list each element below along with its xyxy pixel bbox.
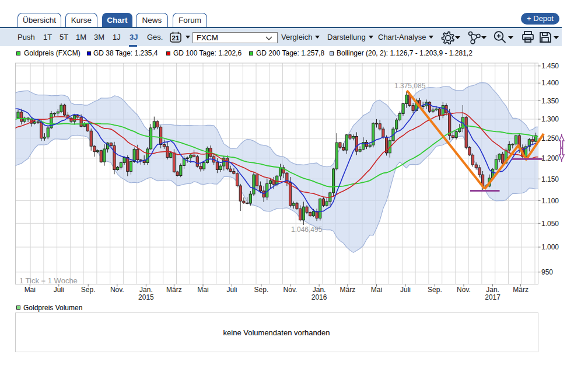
svg-text:März: März: [166, 286, 182, 294]
svg-text:März: März: [513, 286, 528, 294]
svg-text:Mai: Mai: [197, 286, 208, 294]
svg-text:1.000: 1.000: [541, 243, 559, 251]
svg-text:Juli: Juli: [54, 286, 64, 294]
svg-text:Mai: Mai: [371, 286, 382, 294]
svg-text:Nov.: Nov.: [457, 286, 471, 294]
svg-text:1 Tick = 1 Woche: 1 Tick = 1 Woche: [19, 276, 78, 285]
svg-text:Juli: Juli: [226, 286, 237, 294]
svg-text:1.400: 1.400: [541, 79, 559, 87]
svg-text:Juli: Juli: [400, 286, 411, 294]
svg-text:1.350: 1.350: [541, 97, 559, 105]
svg-text:1.250: 1.250: [541, 134, 559, 143]
svg-text:Jan.: Jan.: [313, 286, 326, 294]
svg-text:Sep.: Sep.: [254, 286, 269, 294]
svg-text:Jan.: Jan.: [139, 286, 153, 294]
svg-text:1.150: 1.150: [541, 175, 559, 183]
svg-text:Jan.: Jan.: [486, 286, 499, 294]
svg-text:Nov.: Nov.: [284, 286, 298, 294]
svg-text:1.375,085: 1.375,085: [394, 82, 426, 90]
svg-text:2015: 2015: [138, 293, 154, 301]
svg-text:Nov.: Nov.: [110, 286, 124, 294]
svg-text:Sep.: Sep.: [81, 286, 96, 294]
svg-text:2016: 2016: [312, 293, 327, 301]
svg-text:Sep.: Sep.: [428, 286, 442, 294]
svg-text:1.200: 1.200: [541, 154, 559, 162]
svg-text:1.450: 1.450: [541, 62, 559, 70]
svg-text:1.050: 1.050: [541, 220, 559, 228]
svg-text:März: März: [340, 286, 356, 294]
svg-text:1.300: 1.300: [541, 115, 559, 123]
svg-text:950: 950: [541, 268, 553, 276]
svg-text:1.046,495: 1.046,495: [291, 225, 323, 234]
svg-text:2017: 2017: [485, 293, 501, 301]
svg-text:Mai: Mai: [24, 286, 36, 294]
svg-text:1.100: 1.100: [541, 197, 559, 205]
svg-text:keine Volumendaten vorhanden: keine Volumendaten vorhanden: [223, 328, 330, 337]
